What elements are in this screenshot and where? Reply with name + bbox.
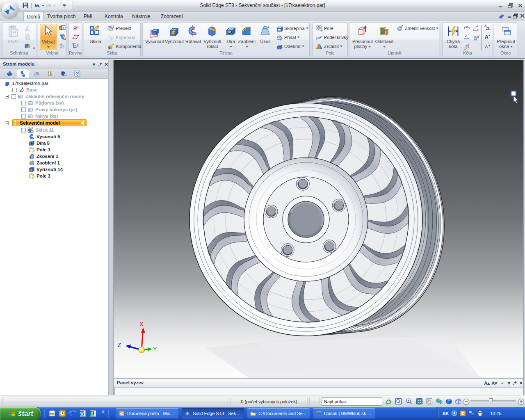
shell-button[interactable]: Skořepina [276,24,308,33]
checkbox[interactable] [21,114,26,119]
tab-tvorba-ploch[interactable]: Tvorba ploch [45,12,78,21]
tab-zobrazeni[interactable]: Zobrazení [158,12,185,21]
switch-windows-button[interactable]: Přepnoutokna [495,24,516,50]
toolbar-grip[interactable] [107,410,109,418]
language-indicator[interactable]: SK [443,411,449,416]
tree-item-root[interactable]: 17tkaelektron.par [0,80,108,87]
checkbox[interactable] [21,128,26,132]
tree-item-vyriznuti-14[interactable]: Vyříznutí 14 [0,166,108,173]
panel-tab-settings[interactable] [71,69,83,78]
tree-item-zkoseni-1[interactable]: Zkosení 1 [0,153,108,160]
distance-between-button[interactable] [463,24,470,32]
start-button[interactable]: štart [0,407,41,420]
round-button[interactable]: Zaoblení [237,24,256,50]
font-decrease-icon[interactable]: A▾ [491,380,497,386]
select-overlap-button[interactable] [59,24,66,32]
task-solid-edge-button[interactable]: Solid Edge ST3 - Sekv... [182,408,244,419]
panel-tab-library[interactable] [3,69,16,78]
close-prompt-icon[interactable]: ✕ [518,380,524,386]
zoom-slider-track[interactable] [470,400,516,402]
quicklaunch-outlook-button[interactable] [58,409,66,418]
zoom-button[interactable] [405,397,413,406]
hole-button[interactable]: Díra [223,24,239,50]
help-button[interactable]: ? [498,12,505,21]
refresh-view-button[interactable] [385,397,393,406]
zoom-slider-thumb[interactable] [489,398,493,404]
view-styles-button[interactable] [454,397,463,406]
coordinate-system-button[interactable]: xy [72,42,79,50]
coordinate-dimension-button[interactable]: xx [463,43,470,51]
tree-item-ref-planes[interactable]: Základní referenční roviny [0,93,108,100]
decrease-text-button[interactable]: A [484,42,491,50]
smart-dimension-button[interactable]: Chytrákóta [444,24,462,50]
cut-button[interactable]: Vyříznout [164,24,184,50]
tree-item-bokorys[interactable]: Pravý bokorys (yz) [0,106,108,113]
doc-restore-button[interactable] [512,13,518,20]
dropdown-arrow-icon[interactable] [53,5,56,7]
font-increase-icon[interactable]: A▴ [484,380,490,386]
tab-pmi[interactable]: PMI [81,12,95,21]
tree-item-base[interactable]: zxBase [0,87,108,93]
tab-nastroje[interactable]: Nástroje [130,12,153,21]
transfer-button[interactable]: Přenést [107,24,131,33]
select-button[interactable]: Vybrat [40,24,57,50]
part-copy-button[interactable] [24,42,35,50]
undo-dropdown[interactable] [42,5,44,7]
tree-item-dira-5[interactable]: Díra 5 [0,140,108,146]
copy-button[interactable] [24,33,31,41]
pattern-along-curve-button[interactable]: Podél křivky [315,33,348,42]
panel-tab-model-tree[interactable] [17,69,29,78]
restore-button[interactable] [507,2,514,9]
doc-close-button[interactable] [519,13,525,20]
close-button[interactable] [517,2,524,9]
task-explorer-button[interactable]: C:\Documents and Se... [247,408,310,419]
pin-icon[interactable] [512,380,518,386]
quicklaunch-expand-icon[interactable]: » [102,409,105,414]
tray-printer-icon[interactable] [477,410,484,417]
expander-icon[interactable] [5,121,9,125]
angle-between-button[interactable]: x [472,24,479,32]
extrude-button[interactable]: Vysunout [145,24,164,50]
revolved-cut-button[interactable]: Vyříznutírotací [202,24,223,50]
checkbox[interactable] [12,88,17,92]
tree-item-pudorys[interactable]: Půdorys (xy) [0,100,108,106]
move-faces-button[interactable]: Přesunoutplochy [352,24,373,50]
subtract-body-button[interactable]: Odebrat [276,42,304,51]
tray-network-icon[interactable] [468,410,475,417]
task-ie-button[interactable]: eObsah | BMWklub.sk ... [313,408,375,419]
profile-dimension-button[interactable]: Ø [472,34,479,42]
sketch-button[interactable]: Skica [86,24,105,50]
mirror-button[interactable]: Zrcadlit [315,42,342,51]
save-button[interactable] [22,2,29,10]
tab-kontrola[interactable]: Kontrola [102,12,126,21]
viewport-canvas[interactable]: X Z Y [114,60,523,378]
quicklaunch-excel-button[interactable]: X [89,409,97,418]
tree-item-skica-11[interactable]: Skica 11 [0,127,108,133]
zoom-in-button[interactable] [517,398,524,405]
collapse-icon[interactable]: « [500,380,505,386]
tree-item-pole-1[interactable]: Pole 1 [0,146,108,153]
panel-tab-layers[interactable] [30,69,43,78]
revolve-button[interactable]: Rotovat [184,24,202,50]
add-body-button[interactable]: Přidat [276,33,300,42]
find-command-input[interactable] [322,397,382,406]
panel-menu-icon[interactable]: ▼ [91,62,97,67]
pattern-button[interactable]: Pole [315,24,333,33]
cut-button[interactable] [24,24,31,32]
application-menu-button[interactable] [2,2,18,18]
pan-button[interactable] [425,397,434,406]
minimize-button[interactable] [497,2,504,9]
zoom-area-button[interactable] [395,397,403,406]
deselect-button[interactable] [59,42,66,50]
checkbox[interactable] [21,101,26,105]
tree-item-vysunuti-5[interactable]: Vysunutí 5 [0,133,108,140]
delete-faces-button[interactable]: Odstranit [374,24,395,50]
panel-tab-documents[interactable] [57,69,70,78]
active-model-highlight[interactable]: ▾▾ Sekvenční model [12,119,87,126]
doc-minimize-button[interactable] [507,13,513,20]
paste-button[interactable]: Vložit [4,24,22,50]
component-button[interactable]: Komponenta [107,42,141,51]
draft-button[interactable]: Úkos [257,24,274,50]
resize-button[interactable]: Změnit velikost [396,24,438,33]
hide-icons-button[interactable] [451,410,458,417]
